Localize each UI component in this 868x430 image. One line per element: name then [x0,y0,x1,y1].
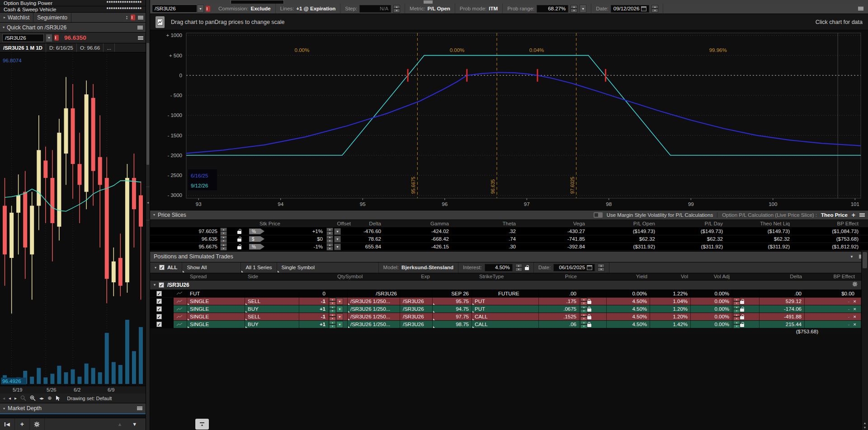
row-side[interactable]: SELL [245,313,299,321]
gear-button[interactable] [30,418,45,430]
row-price[interactable]: .06 [539,321,580,328]
prob-range-stepper[interactable]: ▲▼ [571,5,577,13]
mini-chart-more[interactable]: ... [104,43,115,52]
position-row[interactable]: ✓ SINGLE BUY +1 ▲▼▼ /SR3U26 1/250... /SR… [150,321,861,328]
collapse-panel-icon[interactable]: ◂ [146,201,150,205]
row-qty[interactable]: -1 [299,298,329,305]
filter-all[interactable]: ▾ ✓ ALL [150,262,182,273]
row-side[interactable]: BUY [245,321,299,328]
expand-horizontal-icon[interactable]: ◂▸ [39,396,44,401]
scrollbar-thumb[interactable] [146,43,149,165]
add-price-slice-button[interactable]: + [852,211,855,219]
price-slice-row[interactable]: 96.635 ▲▼ $ $0 ▲▼▼ 78.62 -668.42 .74 -74… [150,235,868,243]
filter-series[interactable]: All 1 Series [241,262,277,273]
row-price[interactable]: .0675 [539,305,580,313]
toolbar-item-prob-range[interactable]: Prob range:68.27% ▲▼▼ [503,4,591,14]
lock-icon[interactable] [587,301,591,304]
slice-price-stepper[interactable]: ▲▼ [220,228,227,235]
price-stepper[interactable]: ▲▼ [580,298,587,305]
row-spread[interactable]: SINGLE [187,305,245,313]
pan-left-icon[interactable]: ◂ [3,396,5,401]
price-stepper[interactable]: ▲▼ [580,305,587,313]
menu-icon[interactable] [137,407,142,407]
gear-icon[interactable] [852,281,858,288]
filter-model[interactable]: Model: Bjerksund-Stensland [379,262,459,273]
dropdown-button[interactable]: ▼ [334,228,341,235]
row-vol-adj[interactable]: 0.00% [691,321,732,328]
row-qty[interactable]: +1 [299,305,329,313]
row-symbol[interactable]: /SR3U26 1/250... [348,313,400,321]
remove-row-button[interactable]: × [853,314,856,319]
col-header-vol-adj[interactable]: Vol Adj [691,273,732,280]
position-row[interactable]: ✓ SINGLE SELL -1 ▲▼▼ /SR3U26 1/250... /S… [150,313,861,321]
position-row[interactable]: ✓ SINGLE BUY +1 ▲▼▼ /SR3U26 1/250... /SR… [150,305,861,313]
step-input[interactable]: N/A [359,5,391,13]
chart-settings-button[interactable] [156,16,165,28]
row-vol-adj[interactable]: 0.00% [691,313,732,321]
vol-adj-stepper[interactable]: ▲▼ [733,305,740,313]
unlock-icon[interactable] [237,238,241,242]
trend-icon[interactable] [176,307,183,311]
date-input[interactable]: 09/12/2026 [611,5,650,13]
positions-date-input[interactable]: 06/16/2025 [553,264,595,271]
step-left-icon[interactable]: ◂ [9,396,11,401]
symbol-group-row[interactable]: ▾✓ /SR3U26 [150,280,861,290]
col-header-spread[interactable]: Spread [187,273,245,280]
row-strike[interactable]: 94.75 [433,305,472,313]
dropdown-button[interactable]: ▼ [336,306,343,313]
offset-mode-badge[interactable]: % [249,244,264,250]
scrollbar-thumb[interactable] [863,252,867,268]
row-symbol[interactable]: /SR3U26 1/250... [348,305,400,313]
slice-price-stepper[interactable]: ▲▼ [220,243,227,251]
row-price[interactable]: .175 [539,298,580,305]
price-slice-row[interactable]: 97.6025 ▲▼ % +1% ▲▼▼ -476.60 -424.02 .32… [150,228,868,235]
col-header-bp-effect[interactable]: BP Effect [805,273,861,280]
quick-chart-header[interactable]: ▾ Quick Chart on /SR3U26 [0,23,146,33]
row-qty[interactable]: +1 [299,321,329,328]
menu-icon[interactable] [138,36,143,37]
col-header-delta[interactable]: Delta [354,220,384,227]
future-row[interactable]: ✓ FUT 0 /SR3U26 SEP 26 FUTURE .00 0.00% … [150,290,861,298]
col-header-theo-net-liq[interactable]: Theo Net Liq [726,220,793,227]
col-header-delta[interactable]: Delta [760,273,805,280]
col-header-yield[interactable]: Yield [607,273,650,280]
row-type[interactable]: CALL [472,313,539,321]
market-depth-header[interactable]: ▾ Market Depth [0,403,146,414]
unlock-icon[interactable] [237,246,241,249]
col-header-exp[interactable]: Exp [400,273,433,280]
position-row[interactable]: ✓ SINGLE SELL -1 ▲▼▼ /SR3U26 1/250... /S… [150,298,861,305]
quick-chart-canvas[interactable]: 96.807496.4926 [0,52,146,386]
qty-stepper[interactable]: ▲▼ [329,305,336,313]
row-strike[interactable]: 95.75 [433,298,472,305]
col-header-strike-type[interactable]: StrikeType [433,273,539,280]
crosshair-icon[interactable]: ⊕ [47,395,52,401]
watchlist-toggle[interactable]: ▸ Watchlist [0,13,33,22]
col-header-bp-effect[interactable]: BP Effect [793,220,861,227]
price-stepper[interactable]: ▲▼ [580,313,587,321]
col-header-side[interactable]: Side [245,273,299,280]
offset-mode-badge[interactable]: % [249,229,264,234]
toolbar-item-date[interactable]: Date:09/12/2026 ▲▼ [591,4,663,14]
symbol-dropdown-button[interactable]: ▼ [46,34,52,42]
drawing-set-selector[interactable]: Drawing set: Default [67,396,112,401]
step-right-icon[interactable]: ▸ [14,396,17,401]
slice-offset-stepper[interactable]: ▲▼ [326,243,333,251]
risk-profile-chart-area[interactable]: + 1000+ 5000- 500- 1000- 1500- 2000- 250… [150,30,868,210]
row-checkbox[interactable]: ✓ [159,282,164,288]
row-spread[interactable]: SINGLE [187,321,245,328]
scroll-down-icon[interactable]: ▼ [862,426,868,429]
toolbar-item-metric[interactable]: Metric:P/L Open [405,4,455,14]
row-checkbox[interactable]: ✓ [156,314,162,319]
row-spread[interactable]: SINGLE [187,313,245,321]
interest-input[interactable]: 4.50% [485,264,513,271]
slice-offset[interactable]: -1% [269,243,326,251]
collapse-all-icon[interactable]: ▼ [850,255,854,259]
symbol-input[interactable]: /SR3U26 [2,34,44,42]
zoom-in-icon[interactable] [30,395,36,401]
col-header-p-l-day[interactable]: P/L Day [658,220,726,227]
step-stepper[interactable]: ▲▼ [393,5,400,13]
row-checkbox[interactable]: ✓ [156,291,162,296]
scroll-down-button[interactable]: ▼ [127,418,142,430]
positions-scrollbar[interactable]: ▲ ▼ [861,251,868,430]
col-header-offset[interactable]: Offset [283,220,354,227]
